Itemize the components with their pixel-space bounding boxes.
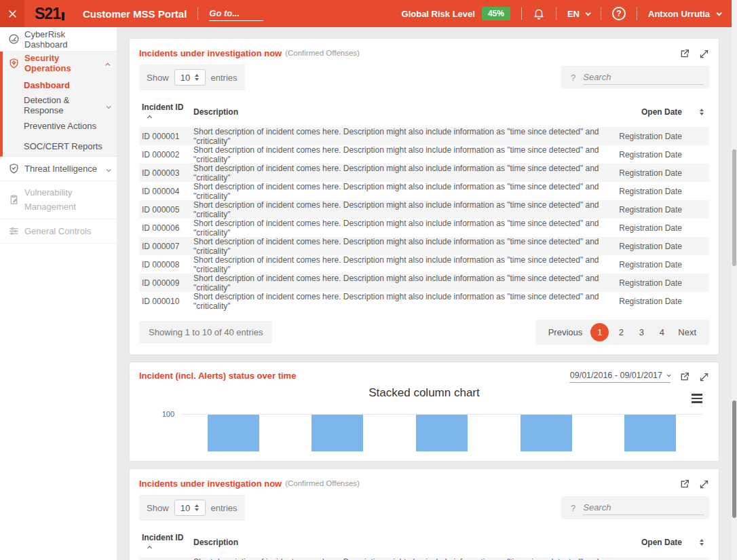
page-size-value: 10: [181, 503, 190, 513]
incidents-table: Incident ID Description Open Date ID 000…: [139, 527, 709, 560]
column-header-description[interactable]: Description: [193, 538, 601, 547]
app-title: Customer MSS Portal: [83, 8, 187, 20]
user-menu[interactable]: Antxon Urrutia: [648, 9, 721, 19]
showing-entries-label: Showing 1 to 10 of 40 entries: [139, 321, 272, 343]
table-row[interactable]: ID 000008 Short description of incident …: [139, 255, 709, 274]
table-row[interactable]: ID 000007 Short description of incident …: [139, 237, 709, 255]
panel-subtitle: (Confirmed Offenses): [285, 479, 360, 487]
sidebar-item-label: Dashboard: [24, 80, 70, 90]
scrollbar-thumb-lower[interactable]: [732, 400, 736, 518]
help-icon[interactable]: ?: [612, 7, 626, 20]
cell-incident-id: ID 000004: [139, 187, 193, 196]
sidebar-item-label: Detection & Response: [24, 95, 107, 115]
sidebar-item-dashboard[interactable]: Dashboard: [3, 75, 117, 95]
cell-description: Short description of incident comes here…: [193, 127, 601, 146]
spinner-icon: [195, 504, 199, 511]
pagination-page-4[interactable]: 4: [651, 322, 672, 342]
sidebar-item-preventive-actions[interactable]: Preventive Actions: [3, 115, 117, 136]
chart-menu-icon[interactable]: [692, 394, 702, 403]
expand-icon[interactable]: [699, 479, 709, 489]
table-row[interactable]: ID 000010 Short description of incident …: [139, 292, 709, 310]
cell-incident-id: ID 000005: [139, 205, 193, 214]
table-row[interactable]: ID 000001 Short description of incident …: [139, 127, 709, 145]
table-row[interactable]: ID 000004 Short description of incident …: [139, 182, 709, 200]
sidebar-item-vulnerability-management[interactable]: Vulnerability Management: [0, 181, 117, 219]
cell-description: Short description of incident comes here…: [193, 200, 601, 219]
export-icon[interactable]: [679, 479, 690, 489]
expand-icon[interactable]: [699, 372, 709, 382]
search-input[interactable]: [583, 71, 704, 85]
search-input[interactable]: [583, 501, 704, 515]
table-row[interactable]: ID 000006 Short description of incident …: [139, 219, 709, 237]
language-label: EN: [567, 9, 580, 19]
table-row[interactable]: ID 000005 Short description of incident …: [139, 200, 709, 219]
date-range-selector[interactable]: 09/01/2016 - 09/01/2017: [569, 371, 670, 383]
pagination-page-1[interactable]: 1: [590, 323, 609, 341]
table-row[interactable]: ID 000002 Short description of incident …: [139, 145, 709, 164]
pagination-page-2[interactable]: 2: [611, 322, 631, 342]
chart-column: [624, 415, 676, 451]
column-header-incident-id[interactable]: Incident ID: [139, 533, 193, 552]
chevron-down-icon: [716, 10, 721, 16]
header-divider: [601, 7, 601, 20]
chart-bars: [181, 415, 702, 451]
page-size-control: Show 10 entries: [139, 495, 245, 521]
pagination-next[interactable]: Next: [672, 322, 702, 342]
stacked-column-chart: Stacked column chart 100: [139, 386, 709, 453]
logo-text: S21: [35, 5, 60, 23]
sidebar-item-general-controls[interactable]: General Controls: [0, 219, 117, 244]
sort-unsorted-icon[interactable]: [700, 109, 704, 115]
column-header-open-date[interactable]: Open Date: [601, 107, 709, 117]
incidents-panel-bottom: Incidents under investigation now (Confi…: [129, 468, 719, 560]
table-row[interactable]: ID 000001 Short description of incident …: [139, 557, 709, 560]
language-selector[interactable]: EN: [567, 9, 590, 19]
sidebar-item-detection-response[interactable]: Detection & Response: [3, 95, 117, 115]
gauge-icon: [8, 33, 20, 45]
sort-ascending-icon: [147, 546, 152, 550]
column-header-incident-id[interactable]: Incident ID: [139, 102, 193, 122]
table-search: ?: [561, 66, 709, 89]
pagination: Previous 1 2 3 4 Next: [535, 320, 709, 345]
sidebar-item-threat-intelligence[interactable]: Threat Intelligence: [0, 157, 117, 181]
sidebar-item-label: Threat Intelligence: [24, 164, 97, 174]
sidebar-item-label: General Controls: [24, 226, 91, 236]
header-divider: [521, 7, 522, 20]
scrollbar-thumb-upper[interactable]: [732, 149, 736, 266]
cell-open-date: Registration Date: [601, 223, 709, 233]
cell-open-date: Registration Date: [601, 297, 709, 306]
sliders-icon: [8, 225, 20, 237]
spinner-icon: [195, 74, 199, 81]
column-header-description[interactable]: Description: [193, 107, 601, 117]
page-size-value: 10: [181, 73, 190, 83]
page-scrollbar[interactable]: [732, 0, 737, 560]
top-header: S21 Customer MSS Portal Global Risk Leve…: [0, 0, 737, 27]
sidebar-item-security-operations[interactable]: Security Operations: [3, 52, 117, 75]
panel-title: Incidents under investigation now: [139, 479, 282, 489]
table-row[interactable]: ID 000003 Short description of incident …: [139, 164, 709, 182]
pagination-page-3[interactable]: 3: [631, 322, 651, 342]
table-row[interactable]: ID 000009 Short description of incident …: [139, 274, 709, 292]
sort-unsorted-icon[interactable]: [700, 539, 704, 546]
notifications-bell-icon[interactable]: [533, 7, 545, 20]
show-label: Show: [147, 73, 169, 83]
cell-description: Short description of incident comes here…: [193, 237, 601, 256]
sidebar-item-cyberrisk-dashboard[interactable]: CyberRisk Dashboard: [0, 27, 117, 52]
goto-input[interactable]: [209, 7, 263, 21]
cell-description: Short description of incident comes here…: [193, 292, 601, 311]
close-icon: [7, 9, 18, 19]
page-size-select[interactable]: 10: [174, 69, 206, 86]
cell-description: Short description of incident comes here…: [193, 164, 601, 183]
header-divider: [197, 7, 198, 20]
pagination-previous[interactable]: Previous: [542, 322, 589, 342]
logo-mark: [62, 12, 64, 20]
page-size-select[interactable]: 10: [174, 500, 206, 516]
export-icon[interactable]: [679, 48, 690, 59]
column-header-open-date[interactable]: Open Date: [601, 538, 709, 547]
export-icon[interactable]: [679, 371, 690, 382]
table-search: ?: [561, 496, 709, 519]
entries-label: entries: [211, 73, 238, 83]
sidebar-item-soc-cert-reports[interactable]: SOC/CERT Reports: [3, 136, 117, 156]
incident-status-chart-panel: Incident (incl. Alerts) status over time…: [129, 362, 719, 462]
expand-icon[interactable]: [699, 49, 709, 59]
close-menu-button[interactable]: [0, 0, 24, 27]
